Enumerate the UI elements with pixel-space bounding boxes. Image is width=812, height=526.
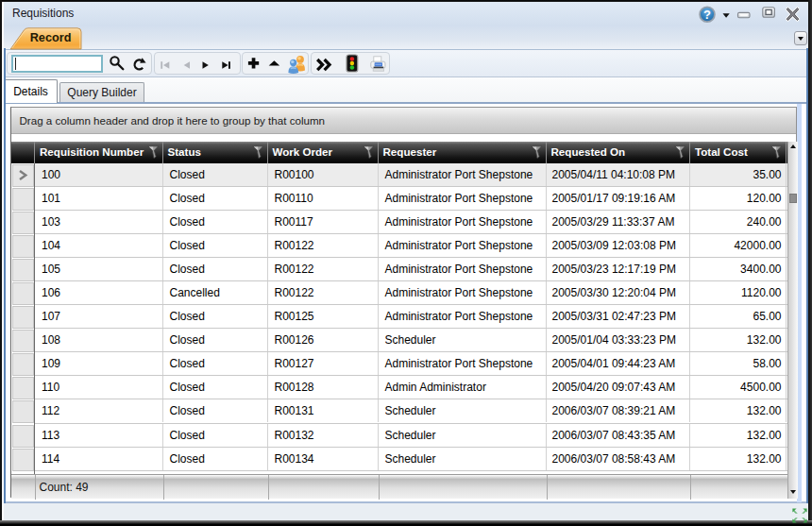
svg-text:Record: Record	[30, 31, 72, 44]
svg-text:?: ?	[703, 8, 711, 22]
